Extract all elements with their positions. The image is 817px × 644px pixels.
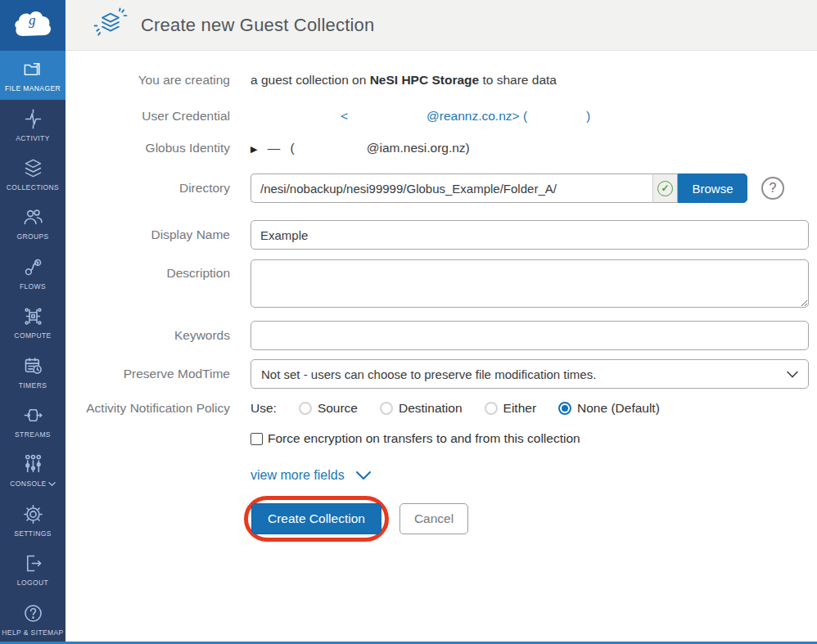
identity-open-paren: ( bbox=[291, 141, 295, 155]
gear-icon bbox=[22, 503, 44, 525]
creating-text-prefix: a guest collection on bbox=[251, 73, 370, 87]
field-label: Description bbox=[65, 259, 251, 281]
force-encryption-wrap: Force encryption on transfers to and fro… bbox=[251, 431, 809, 446]
sidebar-item-label: LOGOUT bbox=[17, 579, 48, 587]
sidebar-item-streams[interactable]: STREAMS bbox=[0, 397, 65, 446]
sidebar-item-timers[interactable]: TIMERS bbox=[0, 348, 65, 397]
folder-icon bbox=[22, 58, 44, 80]
radio-destination[interactable] bbox=[380, 402, 393, 415]
chevron-down-icon bbox=[48, 481, 56, 487]
display-name-input[interactable] bbox=[251, 220, 809, 250]
creating-text-suffix: to share data bbox=[479, 73, 557, 87]
svg-text:g: g bbox=[29, 12, 36, 28]
row-force-encryption: Force encryption on transfers to and fro… bbox=[65, 431, 817, 446]
sidebar-item-label: COMPUTE bbox=[14, 331, 51, 340]
sidebar-item-console-text: CONSOLE bbox=[10, 480, 46, 488]
radio-none-default[interactable] bbox=[558, 402, 571, 415]
radio-source[interactable] bbox=[299, 402, 312, 415]
sidebar-item-activity[interactable]: ACTIVITY bbox=[0, 100, 65, 149]
app-window: g FILE MANAGER ACTIVITY COLLECTIONS bbox=[0, 0, 817, 644]
valid-check-icon: ✓ bbox=[657, 181, 673, 196]
compute-chip-icon bbox=[22, 305, 44, 327]
radio-option-source[interactable]: Source bbox=[299, 401, 358, 416]
flows-icon bbox=[22, 256, 44, 278]
sidebar-item-flows[interactable]: FLOWS bbox=[0, 249, 65, 298]
expander-triangle-icon[interactable]: ▶ bbox=[251, 144, 257, 154]
preserve-modtime-wrap: Not set - users can choose to preserve f… bbox=[251, 359, 809, 389]
credential-open-bracket: < bbox=[341, 109, 348, 123]
field-label: Keywords bbox=[65, 328, 251, 343]
directory-input-group: ✓ Browse bbox=[251, 173, 747, 203]
user-credential-value: <@reannz.co.nz> () bbox=[251, 109, 809, 124]
sidebar-item-file-manager[interactable]: FILE MANAGER bbox=[0, 51, 65, 100]
force-encryption-label: Force encryption on transfers to and fro… bbox=[268, 431, 580, 446]
calendar-clock-icon bbox=[22, 355, 44, 377]
guest-collection-layers-icon bbox=[93, 7, 128, 43]
row-you-are-creating: You are creating a guest collection on N… bbox=[65, 73, 817, 88]
sidebar-item-logout[interactable]: LOGOUT bbox=[0, 545, 65, 594]
globus-cloud-icon: g bbox=[11, 8, 54, 43]
page-title: Create new Guest Collection bbox=[141, 15, 374, 36]
field-label: Activity Notification Policy bbox=[65, 401, 251, 416]
sidebar-item-compute[interactable]: COMPUTE bbox=[0, 298, 65, 347]
row-keywords: Keywords bbox=[65, 321, 817, 350]
directory-input[interactable] bbox=[251, 173, 652, 203]
force-encryption-option[interactable]: Force encryption on transfers to and fro… bbox=[251, 431, 809, 446]
activity-pulse-icon bbox=[22, 108, 44, 130]
radio-either[interactable] bbox=[485, 402, 498, 415]
endpoint-name: NeSI HPC Storage bbox=[370, 73, 480, 87]
field-label: Display Name bbox=[65, 227, 251, 242]
field-label: Preserve ModTime bbox=[65, 367, 251, 381]
row-directory: Directory ✓ Browse ? bbox=[65, 173, 817, 203]
row-globus-identity: Globus Identity ▶ — (@iam.nesi.org.nz) bbox=[65, 141, 817, 155]
cancel-button[interactable]: Cancel bbox=[399, 503, 468, 534]
sidebar-item-label: FLOWS bbox=[20, 282, 46, 290]
credential-close-paren: ) bbox=[586, 109, 590, 123]
logout-icon bbox=[22, 552, 44, 574]
chevron-down-icon bbox=[355, 471, 372, 480]
console-sliders-icon bbox=[22, 453, 44, 475]
view-more-fields-link[interactable]: view more fields bbox=[251, 468, 372, 483]
description-textarea[interactable] bbox=[251, 259, 809, 308]
sidebar-item-console[interactable]: CONSOLE bbox=[0, 446, 65, 495]
directory-help-icon[interactable]: ? bbox=[761, 177, 784, 200]
globus-logo[interactable]: g bbox=[0, 0, 65, 51]
keywords-input[interactable] bbox=[251, 321, 809, 350]
browse-button[interactable]: Browse bbox=[678, 173, 747, 203]
preserve-modtime-select[interactable]: Not set - users can choose to preserve f… bbox=[251, 359, 809, 389]
form-actions: Create Collection Cancel bbox=[244, 496, 809, 542]
field-label: Globus Identity bbox=[65, 141, 251, 155]
radio-option-either[interactable]: Either bbox=[485, 401, 537, 416]
sidebar-item-label: COLLECTIONS bbox=[7, 183, 59, 191]
field-label: Directory bbox=[65, 181, 251, 196]
force-encryption-checkbox[interactable] bbox=[251, 433, 263, 445]
layers-icon bbox=[22, 157, 44, 179]
keywords-wrap bbox=[251, 321, 809, 350]
create-collection-button[interactable]: Create Collection bbox=[251, 503, 381, 534]
credential-domain: @reannz.co.nz> ( bbox=[427, 109, 527, 123]
sidebar-item-label: SETTINGS bbox=[14, 529, 52, 538]
sidebar-item-groups[interactable]: GROUPS bbox=[0, 199, 65, 248]
sidebar-item-collections[interactable]: COLLECTIONS bbox=[0, 150, 65, 199]
radio-option-destination[interactable]: Destination bbox=[380, 401, 463, 416]
create-collection-form: You are creating a guest collection on N… bbox=[65, 51, 817, 644]
notification-policy-options: Use: Source Destination Either bbox=[251, 401, 809, 416]
sidebar-item-settings[interactable]: SETTINGS bbox=[0, 496, 65, 545]
people-icon bbox=[22, 206, 44, 228]
streams-icon bbox=[22, 404, 44, 426]
radio-label: None (Default) bbox=[577, 401, 660, 416]
globus-identity-value: ▶ — (@iam.nesi.org.nz) bbox=[251, 141, 809, 155]
row-activity-notification-policy: Activity Notification Policy Use: Source… bbox=[65, 401, 817, 416]
sidebar-item-help-sitemap[interactable]: HELP & SITEMAP bbox=[0, 595, 65, 644]
field-label: User Credential bbox=[65, 109, 251, 124]
description-wrap bbox=[251, 259, 809, 311]
sidebar: g FILE MANAGER ACTIVITY COLLECTIONS bbox=[0, 0, 65, 644]
row-user-credential: User Credential <@reannz.co.nz> () bbox=[65, 109, 817, 124]
row-description: Description bbox=[65, 259, 817, 311]
sidebar-item-label: FILE MANAGER bbox=[5, 84, 61, 92]
sidebar-item-label: ACTIVITY bbox=[16, 134, 49, 142]
directory-field-group: ✓ Browse ? bbox=[251, 173, 809, 203]
radio-option-none-default[interactable]: None (Default) bbox=[558, 401, 660, 416]
row-display-name: Display Name bbox=[65, 220, 817, 250]
identity-dash: — bbox=[268, 141, 281, 155]
